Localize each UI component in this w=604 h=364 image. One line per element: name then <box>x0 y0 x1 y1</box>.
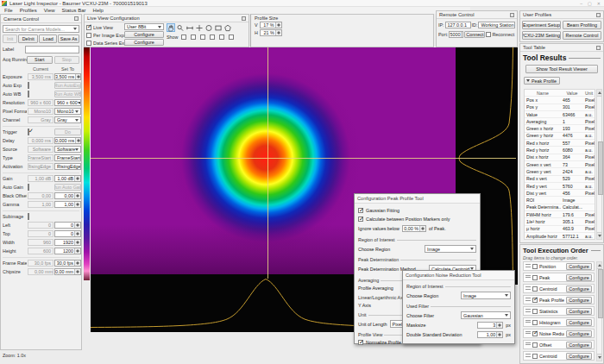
spinner-buttons[interactable] <box>75 138 81 143</box>
remote-control-button[interactable]: Remote Control <box>563 31 601 40</box>
double-std-dev-spinner[interactable]: 1,00 <box>477 331 503 338</box>
stop-button[interactable]: Stop <box>54 56 80 64</box>
pin-icon[interactable] <box>596 13 601 17</box>
spin-down-icon[interactable] <box>277 25 280 27</box>
scroll-down-icon[interactable] <box>597 232 601 239</box>
chipsize-spinner[interactable]: 0,00 mm <box>54 268 81 275</box>
spinner-buttons[interactable] <box>74 231 80 236</box>
configure-button[interactable]: Configure <box>566 263 592 270</box>
drag-handle-icon[interactable] <box>525 298 531 302</box>
table-row[interactable]: μ horiz463.9Pixel <box>525 226 595 233</box>
noise-choose-region-select[interactable]: Image <box>461 292 511 299</box>
ip-input[interactable]: 127.0.0.1 <box>445 22 471 28</box>
activation-select[interactable]: RisingEdge <box>54 163 81 170</box>
drag-handle-icon[interactable] <box>525 331 531 336</box>
crosshair-vertical-line[interactable] <box>267 47 268 279</box>
table-row[interactable]: Pos y301Pixel <box>525 104 595 111</box>
configure-button[interactable]: Configure <box>566 286 592 292</box>
configure-button[interactable]: Configure <box>566 330 592 337</box>
table-row[interactable]: Amplitude horiz57712.1a.u. <box>525 233 595 240</box>
frame-rate-spinner[interactable]: 30,0 fps <box>54 260 81 267</box>
beam-profiling-button[interactable]: Beam Profiling <box>563 21 601 29</box>
per-image-export-checkbox[interactable] <box>86 33 91 38</box>
show-overlay-checkbox-6[interactable] <box>229 35 234 40</box>
auto-wb-checkbox[interactable] <box>28 91 29 97</box>
menu-item-view[interactable]: View <box>44 8 55 13</box>
minimize-icon[interactable]: – <box>580 1 582 6</box>
spin-down-icon[interactable] <box>462 35 463 36</box>
display-mode-select[interactable]: User 8Bit <box>124 23 164 30</box>
scroll-down-icon[interactable] <box>597 354 601 361</box>
menu-item-status-bar[interactable]: Status Bar <box>62 8 86 13</box>
spinner-buttons[interactable] <box>74 260 80 266</box>
exec-item-checkbox[interactable] <box>532 320 538 325</box>
exec-item-centroid[interactable]: CentroidConfigure <box>523 284 595 293</box>
exec-item-checkbox[interactable] <box>532 286 538 292</box>
exec-item-checkbox[interactable] <box>532 342 538 348</box>
exec-item-offset[interactable]: OffsetConfigure <box>523 340 595 349</box>
drag-handle-icon[interactable] <box>525 275 531 279</box>
profile-size-h-spinner[interactable]: 21 % <box>260 29 282 36</box>
rectangle-icon[interactable] <box>214 23 223 32</box>
normalize-profile-checkbox[interactable] <box>358 340 363 345</box>
height-spinner[interactable]: 1200 <box>54 248 81 254</box>
label-input[interactable] <box>25 46 79 53</box>
init-button[interactable]: Init <box>3 35 17 43</box>
show-overlay-checkbox-3[interactable] <box>200 35 205 40</box>
choose-region-select[interactable]: Image <box>425 245 476 253</box>
exec-item-peak-profile[interactable]: Peak ProfileConfigure <box>523 295 595 304</box>
pin-icon[interactable] <box>596 46 601 50</box>
save-as-button[interactable]: Save As <box>58 35 79 43</box>
peak-profile-group-toggle[interactable]: Peak Profile <box>524 77 560 85</box>
spin-down-icon[interactable] <box>277 33 280 35</box>
per-image-configure-button[interactable]: Configure <box>124 31 164 38</box>
drag-handle-icon[interactable] <box>525 354 531 358</box>
spinner-buttons[interactable] <box>74 269 80 274</box>
drag-handle-icon[interactable] <box>525 309 531 313</box>
subimage-checkbox[interactable] <box>28 213 29 220</box>
table-row[interactable]: Peak Determina...Calculat... <box>525 204 595 211</box>
table-row[interactable]: FWHM horiz179.6Pixel <box>525 211 595 218</box>
pan-hand-icon[interactable] <box>167 23 175 32</box>
zoom-icon[interactable] <box>176 23 185 32</box>
exposure-spinner[interactable]: 3,500 ms <box>54 73 81 80</box>
exec-item-checkbox[interactable] <box>532 264 538 269</box>
show-overlay-checkbox-4[interactable] <box>210 35 215 40</box>
source-select[interactable]: Software <box>54 146 81 153</box>
drag-handle-icon[interactable] <box>525 342 531 347</box>
camera-model-select[interactable]: Search for Camera Models... <box>3 25 79 33</box>
spinner-buttons[interactable] <box>75 74 81 79</box>
exec-item-checkbox[interactable] <box>532 298 538 303</box>
crosshair-icon[interactable] <box>195 23 204 32</box>
configure-button[interactable]: Configure <box>566 297 592 304</box>
trigger-button[interactable]: Do <box>54 129 81 135</box>
exec-item-statistics[interactable]: StatisticsConfigure <box>523 306 595 316</box>
spinner-buttons[interactable] <box>74 240 80 245</box>
scroll-up-icon[interactable] <box>597 262 601 269</box>
gain-spinner[interactable]: 1,00 dB <box>54 175 81 182</box>
table-row[interactable]: ROIImage <box>525 197 595 204</box>
table-row[interactable]: Green y vert2424a.u. <box>525 168 595 175</box>
auto-gain-button[interactable]: Run Auto Gain <box>54 184 81 191</box>
auto-gain-checkbox[interactable] <box>28 184 29 191</box>
gaussian-fitting-checkbox[interactable] <box>358 208 363 213</box>
black-offset-spinner[interactable]: 0,00 <box>54 192 81 199</box>
exec-item-peak[interactable]: PeakConfigure <box>523 273 595 282</box>
drag-handle-icon[interactable] <box>525 320 531 324</box>
auto-exp-button[interactable]: Run AutoExp <box>54 82 81 89</box>
spinner-buttons[interactable] <box>74 248 80 254</box>
table-row[interactable]: Red y vert5760a.u. <box>525 183 595 190</box>
spin-up-icon[interactable] <box>462 32 463 34</box>
experiment-setup-button[interactable]: Experiment Setup <box>522 21 561 29</box>
exec-item-checkbox[interactable] <box>532 354 538 359</box>
table-row[interactable]: 1/e² horiz305.1Pixel <box>525 218 595 225</box>
masksize-spinner[interactable]: 3 <box>477 322 503 329</box>
configure-button[interactable]: Configure <box>566 274 592 281</box>
drag-handle-icon[interactable] <box>525 286 531 291</box>
polygon-icon[interactable] <box>223 23 232 32</box>
spin-down-icon[interactable] <box>498 325 501 327</box>
spinner-buttons[interactable] <box>74 176 80 181</box>
reconnect-checkbox[interactable] <box>486 32 491 37</box>
connect-button[interactable]: Connect <box>464 31 485 38</box>
exec-order-scrollbar[interactable] <box>596 261 602 361</box>
